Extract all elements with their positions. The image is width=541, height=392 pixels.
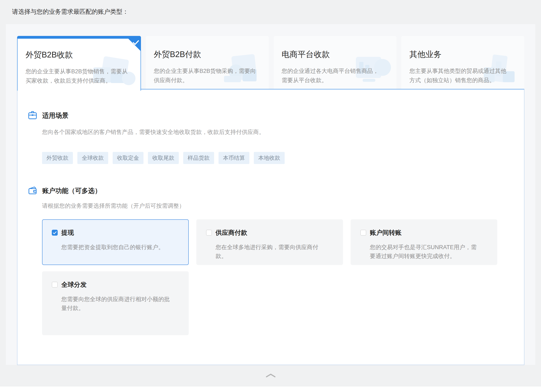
chevron-up-icon [266, 373, 276, 378]
checkbox-checked-icon[interactable] [52, 230, 58, 236]
bottom-strip [0, 387, 541, 392]
tab-b2b-receive[interactable]: 外贸B2B收款 您的企业主要从事B2B货物销售，需要从买家收款，收款后支持付供应… [17, 36, 141, 91]
option-supplier-payment[interactable]: 供应商付款 您在全球多地进行采购，需要向供应商付款。 [196, 219, 343, 265]
selected-tab-topbar [17, 36, 141, 39]
features-heading: 账户功能（可多选） [42, 186, 101, 195]
scenario-description: 您向各个国家或地区的客户销售产品，需要快速安全地收取货款，收款后支持付供应商。 [42, 128, 524, 136]
tab-description: 您的企业通过各大电商平台销售商品，需要从平台收款。 [282, 67, 384, 85]
option-account-transfer[interactable]: 账户间转账 您的交易对手也是寻汇SUNRATE用户，需要通过账户间转账更快完成收… [351, 219, 497, 265]
checkbox-unchecked-icon[interactable] [206, 230, 212, 236]
scenario-tag: 本币结算 [218, 152, 249, 164]
option-description: 您需要向您全球的供应商进行相对小额的批量付款。 [61, 295, 170, 313]
briefcase-icon [28, 110, 37, 121]
tab-title: 其他业务 [409, 49, 512, 60]
option-description: 您在全球多地进行采购，需要向供应商付款。 [216, 243, 324, 261]
option-description: 您需要把资金提取到您自己的银行账户。 [61, 243, 170, 252]
tabs-wrapper: 外贸B2B收款 您的企业主要从事B2B货物销售，需要从买家收款，收款后支持付供应… [6, 24, 535, 89]
option-label: 全球分发 [61, 280, 87, 289]
scenario-tag: 收取尾款 [148, 152, 179, 164]
page-title: 请选择与您的业务需求最匹配的账户类型： [12, 8, 129, 16]
tab-title: 电商平台收款 [282, 49, 384, 60]
panel-footer [6, 365, 535, 387]
tab-description: 您主要从事其他类型的贸易或通过其他方式（如独立站）销售您的商品。 [409, 67, 512, 85]
option-head: 账户间转账 [360, 228, 490, 237]
scenario-tag-row: 外贸收款 全球收款 收取定金 收取尾款 样品货款 本币结算 本地收款 [42, 152, 524, 164]
features-section-header: 账户功能（可多选） [28, 186, 524, 196]
wallet-icon [28, 186, 37, 196]
option-label: 账户间转账 [370, 228, 401, 237]
account-type-tabs: 外贸B2B收款 您的企业主要从事B2B货物销售，需要从买家收款，收款后支持付供应… [17, 36, 524, 89]
scenario-tag: 本地收款 [254, 152, 285, 164]
tab-detail-panel: 适用场景 您向各个国家或地区的客户销售产品，需要快速安全地收取货款，收款后支持付… [17, 89, 524, 365]
tab-ecommerce-receive[interactable]: 电商平台收款 您的企业通过各大电商平台销售商品，需要从平台收款。 [274, 36, 397, 89]
checkbox-unchecked-icon[interactable] [52, 282, 58, 287]
option-withdraw[interactable]: 提现 您需要把资金提取到您自己的银行账户。 [42, 219, 189, 265]
collapse-button[interactable] [258, 369, 283, 382]
scenario-tag: 样品货款 [183, 152, 214, 164]
option-head: 全球分发 [52, 280, 182, 289]
account-type-panel: 外贸B2B收款 您的企业主要从事B2B货物销售，需要从买家收款，收款后支持付供应… [6, 24, 535, 387]
tab-title: 外贸B2B付款 [154, 49, 256, 60]
option-global-distribution[interactable]: 全球分发 您需要向您全球的供应商进行相对小额的批量付款。 [42, 271, 189, 335]
tab-b2b-pay[interactable]: 外贸B2B付款 您的企业主要从事B2B货物采购，需要向供应商付款。 [146, 36, 269, 89]
scenario-tag: 收取定金 [113, 152, 144, 164]
tab-other-business[interactable]: 其他业务 您主要从事其他类型的贸易或通过其他方式（如独立站）销售您的商品。 [401, 36, 524, 89]
tab-title: 外贸B2B收款 [26, 49, 128, 60]
tab-description: 您的企业主要从事B2B货物销售，需要从买家收款，收款后支持付供应商。 [26, 67, 128, 85]
scenario-section-header: 适用场景 [28, 110, 524, 121]
option-head: 供应商付款 [206, 228, 336, 237]
feature-options: 提现 您需要把资金提取到您自己的银行账户。 供应商付款 您在全球多地进行采购，需… [42, 219, 524, 335]
scenario-tag: 全球收款 [77, 152, 108, 164]
tab-description: 您的企业主要从事B2B货物采购，需要向供应商付款。 [154, 67, 256, 85]
scenario-heading: 适用场景 [42, 111, 68, 120]
scenario-tag: 外贸收款 [42, 152, 73, 164]
option-head: 提现 [52, 228, 182, 237]
option-label: 供应商付款 [216, 228, 247, 237]
features-subheading: 请根据您的业务需要选择所需功能（开户后可按需调整） [42, 202, 524, 210]
check-icon [133, 40, 139, 46]
option-description: 您的交易对手也是寻汇SUNRATE用户，需要通过账户间转账更快完成收付。 [370, 243, 479, 261]
checkbox-unchecked-icon[interactable] [360, 230, 366, 236]
option-label: 提现 [61, 228, 74, 237]
